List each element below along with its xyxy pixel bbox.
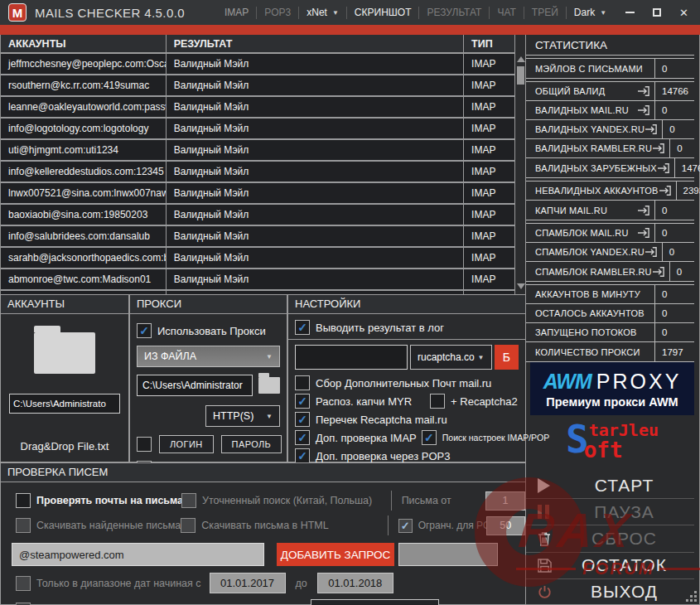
- stat-label: КАПЧИ MAIL.RU: [535, 206, 607, 215]
- imap-check-checkbox[interactable]: [295, 430, 310, 445]
- export-icon[interactable]: [652, 266, 665, 278]
- letters-from-input[interactable]: 1: [485, 491, 525, 511]
- table-row[interactable]: sarahb@jacksonorthopaedics.com:bi Валидн…: [1, 248, 514, 269]
- table-row[interactable]: uti@hjmgmt.com:uti1234 Валидный Мэйл IMA…: [1, 140, 514, 162]
- reset-button[interactable]: СБРОС: [526, 525, 694, 551]
- start-button[interactable]: СТАРТ: [526, 472, 694, 498]
- close-button[interactable]: ✕: [679, 7, 688, 19]
- export-icon[interactable]: [652, 143, 665, 154]
- pop3-limit-checkbox[interactable]: [398, 519, 413, 533]
- awm-proxy-banner[interactable]: AWM PROXY Премиум прокси AWM: [530, 362, 694, 415]
- scroll-up-icon[interactable]: [517, 56, 525, 62]
- use-proxy-checkbox[interactable]: [137, 323, 152, 338]
- minimize-button[interactable]: [625, 12, 635, 13]
- account-cell: sarahb@jacksonorthopaedics.com:bi: [1, 248, 167, 268]
- stat-label: ОСТАЛОСЬ АККАУНТОВ: [526, 308, 654, 318]
- export-icon[interactable]: [657, 162, 670, 174]
- stats-group: НЕВАЛИДНЫХ АККАУНТОВ 239362 КАПЧИ MAIL.R…: [526, 181, 694, 220]
- type-cell: IMAP: [464, 183, 514, 203]
- proxy-source-select[interactable]: ИЗ ФАЙЛА▼: [137, 346, 280, 367]
- collect-mailru-checkbox[interactable]: [295, 375, 310, 390]
- refined-search-checkbox[interactable]: [181, 493, 196, 508]
- keyword-search-checkbox[interactable]: [16, 603, 31, 605]
- export-icon[interactable]: [644, 246, 658, 258]
- remainder-button[interactable]: ОСТАТОК: [526, 552, 694, 578]
- proxy-protocol-select[interactable]: HTTP(S)▼: [205, 405, 280, 427]
- stat-label: СПАМБЛОК MAIL.RU: [535, 228, 629, 238]
- column-header-type[interactable]: ТИП: [464, 35, 514, 52]
- stat-value: 14766: [654, 82, 694, 100]
- resize-grip[interactable]: [694, 599, 697, 602]
- recaptcha2-checkbox[interactable]: [430, 394, 445, 409]
- pop3-check-checkbox[interactable]: [295, 448, 310, 463]
- date-to-input[interactable]: 01.01.2018: [317, 573, 393, 593]
- check-mail-checkbox[interactable]: [16, 493, 31, 508]
- table-scrollbar[interactable]: [514, 35, 526, 294]
- table-row[interactable]: rsouthern@kc.rr.com:419sumac Валидный Мэ…: [1, 75, 514, 97]
- table-row[interactable]: info@logotology.com:logotology Валидный …: [1, 119, 514, 140]
- export-icon[interactable]: [637, 104, 650, 116]
- menu-chat[interactable]: ЧАТ: [490, 7, 523, 18]
- chevron-down-icon: ▼: [266, 413, 273, 420]
- imap-settings-checkbox[interactable]: [422, 430, 437, 445]
- menu-screenshot[interactable]: СКРИНШОТ: [347, 7, 419, 18]
- proxy-auth-checkbox[interactable]: [137, 437, 152, 452]
- menu-tray[interactable]: ТРЕЙ: [524, 7, 566, 18]
- balance-button[interactable]: Б: [495, 345, 519, 370]
- captcha-service-select[interactable]: rucaptcha.co▼: [410, 345, 492, 370]
- menu-theme-dropdown[interactable]: Dark▼: [567, 7, 614, 18]
- column-header-accounts[interactable]: АККАУНТЫ: [1, 35, 167, 52]
- captcha-key-input[interactable]: [295, 345, 408, 370]
- query-input[interactable]: [12, 543, 264, 566]
- pop3-limit-input[interactable]: 50: [486, 516, 525, 535]
- export-icon[interactable]: [637, 227, 650, 239]
- exit-button[interactable]: ВЫХОД: [526, 578, 694, 605]
- accent-strip: [0, 25, 700, 35]
- myr-captcha-checkbox[interactable]: [295, 394, 310, 409]
- date-from-input[interactable]: 01.01.2017: [210, 573, 286, 593]
- accounts-file-path-input[interactable]: [9, 394, 120, 414]
- stat-label: ВАЛИДНЫХ YANDEX.RU: [535, 124, 644, 134]
- table-row[interactable]: baoxiaobi@sina.com:19850203 Валидный Мэй…: [1, 205, 514, 226]
- export-icon[interactable]: [637, 85, 650, 97]
- scroll-down-icon[interactable]: [517, 283, 525, 289]
- menu-result[interactable]: РЕЗУЛЬТАТ: [419, 7, 489, 18]
- stat-value: 0: [669, 139, 694, 157]
- stat-label: ОБЩИЙ ВАЛИД: [535, 86, 605, 96]
- pop3-check-label: Доп. проверка через POP3: [316, 450, 450, 462]
- maximize-button[interactable]: [653, 8, 661, 17]
- table-row[interactable]: abmonroe@twc.com:Madison01 Валидный Мэйл…: [1, 269, 514, 291]
- folder-icon[interactable]: [34, 332, 95, 374]
- pause-button[interactable]: ПАУЗА: [526, 498, 694, 525]
- password-button[interactable]: ПАРОЛЬ: [221, 435, 282, 453]
- export-icon[interactable]: [637, 205, 650, 216]
- divider: [288, 339, 525, 340]
- menu-pop3[interactable]: POP3: [257, 7, 298, 18]
- table-row[interactable]: info@kellereddestudios.com:12345 Валидны…: [1, 162, 514, 183]
- export-icon[interactable]: [644, 123, 658, 135]
- table-row[interactable]: info@salubridees.com:dansalub Валидный М…: [1, 226, 514, 248]
- action-buttons: СТАРТ ПАУЗА СБРОС ОСТАТОК ВЫХОД: [526, 472, 694, 605]
- account-cell: info@logotology.com:logotology: [1, 119, 167, 138]
- table-row[interactable]: lnwx007521@sina.com:lnwx007naw Валидный …: [1, 183, 514, 205]
- table-row[interactable]: leanne@oakleyautoworld.com:passw Валидны…: [1, 97, 514, 119]
- result-cell: Валидный Мэйл: [167, 269, 464, 289]
- download-html-checkbox[interactable]: [181, 518, 196, 533]
- result-cell: Валидный Мэйл: [167, 140, 464, 160]
- menu-xnet-dropdown[interactable]: xNet▼: [299, 7, 346, 18]
- proxy-file-path-input[interactable]: [137, 375, 253, 396]
- add-query-button[interactable]: ДОБАВИТЬ ЗАПРОС: [277, 543, 394, 566]
- login-button[interactable]: ЛОГИН: [159, 435, 214, 453]
- date-range-checkbox[interactable]: [16, 576, 31, 591]
- column-header-result[interactable]: РЕЗУЛЬТАТ: [167, 35, 464, 52]
- stat-value: 0: [654, 224, 694, 242]
- export-icon[interactable]: [659, 185, 672, 196]
- log-output-checkbox[interactable]: [295, 320, 310, 335]
- browse-folder-icon[interactable]: [258, 377, 280, 394]
- recheck-recaptcha-checkbox[interactable]: [295, 412, 310, 427]
- menu-imap[interactable]: IMAP: [217, 7, 256, 18]
- download-letters-checkbox[interactable]: [16, 518, 31, 533]
- table-row[interactable]: jeffmcchesney@peoplepc.com:Oscar Валидны…: [1, 54, 514, 75]
- keyword-input[interactable]: [311, 599, 439, 605]
- scrollbar-thumb[interactable]: [517, 66, 524, 85]
